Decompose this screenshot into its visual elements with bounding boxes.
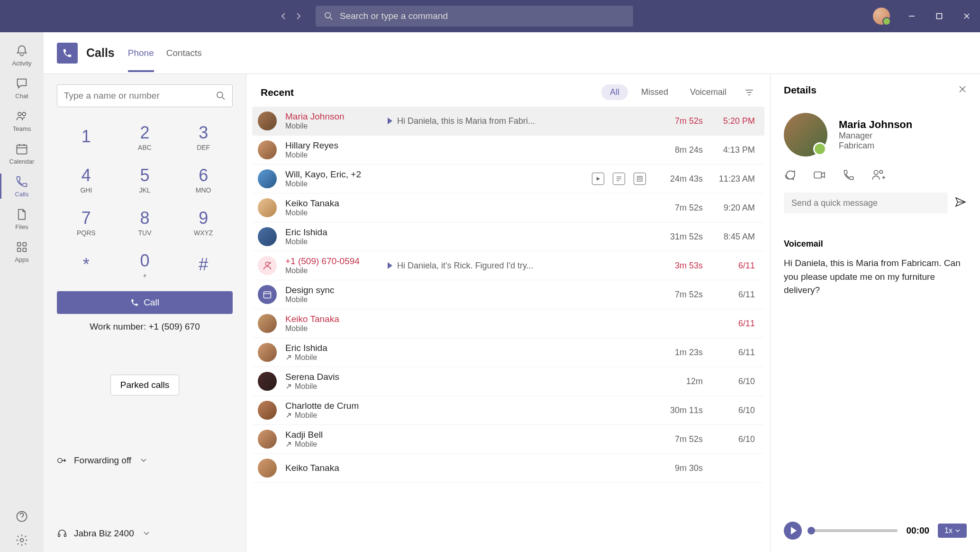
call-row[interactable]: Keiko Tanaka 9m 30s [252, 454, 764, 483]
filter-missed[interactable]: Missed [633, 84, 677, 100]
voicemail-preview: Hi Daniela, this is Maria from Fabri... [388, 116, 535, 126]
close-details-button[interactable] [958, 85, 967, 95]
key-*[interactable]: * [57, 244, 116, 286]
tab-phone[interactable]: Phone [128, 35, 154, 72]
rail-item-calendar[interactable]: Calendar [0, 137, 44, 170]
calendar-icon [15, 142, 29, 156]
svg-rect-14 [18, 248, 21, 251]
call-row[interactable]: Will, Kayo, Eric, +2 Mobile 24m 43s 11:2… [252, 165, 764, 193]
rail-item-teams[interactable]: Teams [0, 104, 44, 137]
call-name: Will, Kayo, Eric, +2 [285, 169, 380, 180]
key-8[interactable]: 8TUV [116, 201, 174, 244]
call-sub: Mobile [285, 180, 380, 188]
tab-contacts[interactable]: Contacts [166, 35, 202, 72]
play-icon [388, 118, 392, 124]
call-time: 5:20 PM [717, 116, 755, 126]
call-row[interactable]: Eric Ishida Mobile 1m 23s 6/11 [252, 338, 764, 367]
seek-slider[interactable] [810, 529, 898, 532]
add-people-action[interactable] [872, 169, 885, 183]
key-5[interactable]: 5JKL [116, 158, 174, 201]
device-select[interactable]: Jabra Biz 2400 [57, 525, 233, 542]
call-row[interactable]: Hillary Reyes Mobile 8m 24s 4:13 PM [252, 136, 764, 165]
rail-item-files[interactable]: Files [0, 202, 44, 235]
rail-item-activity[interactable]: Activity [0, 39, 44, 72]
key-2[interactable]: 2ABC [116, 116, 174, 158]
key-7[interactable]: 7PQRS [57, 201, 116, 244]
call-duration: 7m 52s [660, 290, 703, 300]
search-input[interactable] [340, 11, 625, 21]
row-avatar [258, 285, 277, 304]
filter-voicemail[interactable]: Voicemail [681, 84, 735, 100]
call-time: 6/11 [717, 319, 755, 329]
rail-item-calls[interactable]: Calls [0, 170, 44, 202]
call-row[interactable]: Maria Johnson Mobile Hi Daniela, this is… [252, 107, 764, 136]
call-row[interactable]: Design sync Mobile 7m 52s 6/11 [252, 280, 764, 309]
call-name: Maria Johnson [285, 111, 380, 122]
profile-avatar[interactable] [873, 8, 890, 25]
outgoing-icon [285, 441, 292, 448]
call-sub: Mobile [285, 324, 380, 333]
playback-speed[interactable]: 1x [938, 524, 967, 538]
chat-action[interactable] [784, 169, 796, 183]
filter-all[interactable]: All [601, 84, 628, 100]
filter-button[interactable] [743, 86, 756, 99]
device-label: Jabra Biz 2400 [74, 528, 134, 539]
call-name: Design sync [285, 285, 380, 295]
parked-calls-button[interactable]: Parked calls [110, 375, 180, 396]
call-row[interactable]: Keiko Tanaka Mobile 6/11 [252, 309, 764, 338]
play-icon [388, 262, 392, 269]
call-time: 6/10 [717, 377, 755, 386]
key-3[interactable]: 3DEF [174, 116, 233, 158]
key-9[interactable]: 9WXYZ [174, 201, 233, 244]
call-row[interactable]: Eric Ishida Mobile 31m 52s 8:45 AM [252, 222, 764, 251]
dial-search[interactable] [57, 84, 233, 107]
send-button[interactable] [954, 196, 967, 210]
call-row[interactable]: +1 (509) 670-0594 Mobile Hi Daniela, it'… [252, 251, 764, 280]
call-name: Hillary Reyes [285, 140, 380, 151]
notes-icon[interactable] [634, 173, 646, 185]
key-1[interactable]: 1 [57, 116, 116, 158]
svg-rect-15 [23, 248, 26, 251]
apps-icon [15, 240, 29, 254]
call-duration: 7m 52s [660, 116, 703, 126]
close-button[interactable] [961, 10, 972, 22]
recording-icon[interactable] [592, 173, 604, 185]
row-avatar [258, 198, 277, 217]
rail-item-chat[interactable]: Chat [0, 72, 44, 104]
header-tabs: PhoneContacts [128, 35, 202, 72]
command-search[interactable] [316, 6, 633, 27]
rail-item-apps[interactable]: Apps [0, 235, 44, 268]
forwarding-toggle[interactable]: Forwarding off [57, 452, 233, 469]
settings-button[interactable] [0, 528, 44, 552]
call-sub: Mobile [285, 151, 380, 159]
back-button[interactable] [278, 10, 289, 22]
play-button[interactable] [784, 522, 802, 540]
key-#[interactable]: # [174, 244, 233, 286]
forward-button[interactable] [293, 10, 304, 22]
minimize-button[interactable] [906, 10, 917, 22]
key-6[interactable]: 6MNO [174, 158, 233, 201]
key-4[interactable]: 4GHI [57, 158, 116, 201]
maximize-button[interactable] [934, 10, 945, 22]
quick-message-input[interactable] [784, 193, 948, 213]
help-button[interactable] [0, 505, 44, 528]
dial-input[interactable] [64, 91, 216, 101]
call-row[interactable]: Serena Davis Mobile 12m 6/10 [252, 367, 764, 396]
call-row[interactable]: Kadji Bell Mobile 7m 52s 6/10 [252, 425, 764, 454]
teams-icon [15, 109, 29, 123]
call-action[interactable] [843, 169, 855, 183]
transcript-icon[interactable] [613, 173, 625, 185]
page-header: Calls PhoneContacts [44, 32, 980, 74]
work-number: Work number: +1 (509) 670 [57, 322, 233, 332]
call-sub: Mobile [285, 238, 380, 246]
call-sub: Mobile [285, 382, 380, 391]
svg-rect-29 [637, 176, 642, 181]
call-row[interactable]: Charlotte de Crum Mobile 30m 11s 6/10 [252, 396, 764, 425]
title-bar [0, 0, 980, 32]
call-button[interactable]: Call [57, 291, 233, 314]
video-action[interactable] [813, 169, 826, 183]
key-0[interactable]: 0+ [116, 244, 174, 286]
contact-avatar [784, 113, 827, 156]
call-time: 6/11 [717, 348, 755, 358]
call-row[interactable]: Keiko Tanaka Mobile 7m 52s 9:20 AM [252, 193, 764, 222]
